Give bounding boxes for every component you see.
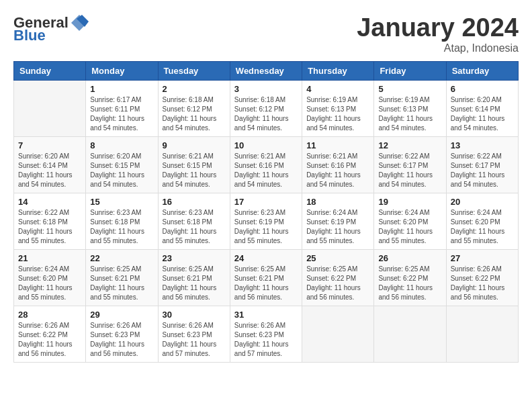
day-number: 13	[451, 140, 514, 150]
day-number: 27	[451, 253, 514, 263]
day-number: 26	[378, 253, 441, 263]
calendar-week-row: 21Sunrise: 6:24 AM Sunset: 6:20 PM Dayli…	[14, 250, 519, 306]
calendar-header-row: SundayMondayTuesdayWednesdayThursdayFrid…	[14, 62, 519, 81]
calendar-cell: 30Sunrise: 6:26 AM Sunset: 6:23 PM Dayli…	[158, 306, 230, 363]
calendar-cell: 14Sunrise: 6:22 AM Sunset: 6:18 PM Dayli…	[14, 193, 86, 250]
calendar-cell: 15Sunrise: 6:23 AM Sunset: 6:18 PM Dayli…	[86, 193, 158, 250]
calendar-cell	[374, 306, 446, 363]
day-number: 5	[378, 84, 441, 94]
calendar-cell: 29Sunrise: 6:26 AM Sunset: 6:23 PM Dayli…	[86, 306, 158, 363]
day-info: Sunrise: 6:26 AM Sunset: 6:23 PM Dayligh…	[234, 321, 298, 359]
day-info: Sunrise: 6:18 AM Sunset: 6:12 PM Dayligh…	[163, 95, 226, 133]
calendar-cell: 27Sunrise: 6:26 AM Sunset: 6:22 PM Dayli…	[446, 250, 518, 306]
calendar-cell: 16Sunrise: 6:23 AM Sunset: 6:18 PM Dayli…	[158, 193, 230, 250]
day-number: 30	[163, 310, 226, 320]
day-info: Sunrise: 6:20 AM Sunset: 6:14 PM Dayligh…	[18, 152, 81, 189]
calendar-cell: 19Sunrise: 6:24 AM Sunset: 6:20 PM Dayli…	[374, 193, 446, 250]
day-number: 2	[163, 84, 226, 94]
day-info: Sunrise: 6:22 AM Sunset: 6:17 PM Dayligh…	[451, 152, 514, 189]
day-info: Sunrise: 6:25 AM Sunset: 6:21 PM Dayligh…	[234, 265, 298, 302]
logo: General Blue	[13, 13, 89, 44]
day-number: 29	[90, 310, 153, 320]
day-info: Sunrise: 6:21 AM Sunset: 6:15 PM Dayligh…	[163, 152, 226, 189]
day-number: 12	[378, 140, 441, 150]
calendar-cell: 31Sunrise: 6:26 AM Sunset: 6:23 PM Dayli…	[230, 306, 302, 363]
day-header-wednesday: Wednesday	[230, 62, 302, 81]
day-number: 28	[18, 310, 81, 320]
day-number: 14	[18, 197, 81, 207]
calendar-cell: 22Sunrise: 6:25 AM Sunset: 6:21 PM Dayli…	[86, 250, 158, 306]
day-number: 7	[18, 140, 81, 150]
calendar-cell: 1Sunrise: 6:17 AM Sunset: 6:11 PM Daylig…	[86, 81, 158, 137]
calendar-cell	[446, 306, 518, 363]
day-info: Sunrise: 6:24 AM Sunset: 6:19 PM Dayligh…	[306, 208, 369, 246]
calendar-cell: 25Sunrise: 6:25 AM Sunset: 6:22 PM Dayli…	[302, 250, 374, 306]
day-header-sunday: Sunday	[14, 62, 86, 81]
day-info: Sunrise: 6:25 AM Sunset: 6:22 PM Dayligh…	[378, 265, 441, 302]
calendar-cell: 2Sunrise: 6:18 AM Sunset: 6:12 PM Daylig…	[158, 81, 230, 137]
day-number: 10	[234, 140, 298, 150]
logo-icon	[70, 13, 89, 32]
calendar-table: SundayMondayTuesdayWednesdayThursdayFrid…	[13, 61, 519, 363]
day-number: 23	[163, 253, 226, 263]
day-info: Sunrise: 6:21 AM Sunset: 6:16 PM Dayligh…	[234, 152, 298, 189]
day-number: 18	[306, 197, 369, 207]
day-info: Sunrise: 6:19 AM Sunset: 6:13 PM Dayligh…	[378, 95, 441, 133]
day-number: 1	[90, 84, 153, 94]
day-number: 11	[306, 140, 369, 150]
day-header-thursday: Thursday	[302, 62, 374, 81]
calendar-cell: 20Sunrise: 6:24 AM Sunset: 6:20 PM Dayli…	[446, 193, 518, 250]
day-number: 3	[234, 84, 298, 94]
day-info: Sunrise: 6:24 AM Sunset: 6:20 PM Dayligh…	[451, 208, 514, 246]
calendar-cell: 3Sunrise: 6:18 AM Sunset: 6:12 PM Daylig…	[230, 81, 302, 137]
page-header: General Blue January 2024 Atap, Indonesi…	[13, 13, 519, 54]
title-section: January 2024 Atap, Indonesia	[357, 13, 519, 54]
day-number: 6	[451, 84, 514, 94]
calendar-week-row: 14Sunrise: 6:22 AM Sunset: 6:18 PM Dayli…	[14, 193, 519, 250]
calendar-cell: 11Sunrise: 6:21 AM Sunset: 6:16 PM Dayli…	[302, 137, 374, 193]
day-number: 22	[90, 253, 153, 263]
logo-blue: Blue	[13, 27, 46, 44]
day-info: Sunrise: 6:26 AM Sunset: 6:22 PM Dayligh…	[18, 321, 81, 359]
calendar-cell: 5Sunrise: 6:19 AM Sunset: 6:13 PM Daylig…	[374, 81, 446, 137]
day-info: Sunrise: 6:23 AM Sunset: 6:18 PM Dayligh…	[90, 208, 153, 246]
calendar-cell: 7Sunrise: 6:20 AM Sunset: 6:14 PM Daylig…	[14, 137, 86, 193]
calendar-cell	[14, 81, 86, 137]
calendar-cell: 10Sunrise: 6:21 AM Sunset: 6:16 PM Dayli…	[230, 137, 302, 193]
location-subtitle: Atap, Indonesia	[357, 42, 519, 54]
day-info: Sunrise: 6:26 AM Sunset: 6:23 PM Dayligh…	[163, 321, 226, 359]
day-info: Sunrise: 6:24 AM Sunset: 6:20 PM Dayligh…	[18, 265, 81, 302]
calendar-cell: 13Sunrise: 6:22 AM Sunset: 6:17 PM Dayli…	[446, 137, 518, 193]
calendar-week-row: 1Sunrise: 6:17 AM Sunset: 6:11 PM Daylig…	[14, 81, 519, 137]
day-info: Sunrise: 6:26 AM Sunset: 6:23 PM Dayligh…	[90, 321, 153, 359]
day-info: Sunrise: 6:19 AM Sunset: 6:13 PM Dayligh…	[306, 95, 369, 133]
day-number: 21	[18, 253, 81, 263]
day-number: 16	[163, 197, 226, 207]
calendar-week-row: 7Sunrise: 6:20 AM Sunset: 6:14 PM Daylig…	[14, 137, 519, 193]
month-title: January 2024	[357, 13, 519, 42]
calendar-cell: 28Sunrise: 6:26 AM Sunset: 6:22 PM Dayli…	[14, 306, 86, 363]
day-info: Sunrise: 6:21 AM Sunset: 6:16 PM Dayligh…	[306, 152, 369, 189]
day-info: Sunrise: 6:25 AM Sunset: 6:22 PM Dayligh…	[306, 265, 369, 302]
calendar-cell: 12Sunrise: 6:22 AM Sunset: 6:17 PM Dayli…	[374, 137, 446, 193]
calendar-cell: 18Sunrise: 6:24 AM Sunset: 6:19 PM Dayli…	[302, 193, 374, 250]
calendar-cell: 26Sunrise: 6:25 AM Sunset: 6:22 PM Dayli…	[374, 250, 446, 306]
calendar-cell: 23Sunrise: 6:25 AM Sunset: 6:21 PM Dayli…	[158, 250, 230, 306]
calendar-cell: 17Sunrise: 6:23 AM Sunset: 6:19 PM Dayli…	[230, 193, 302, 250]
calendar-cell: 9Sunrise: 6:21 AM Sunset: 6:15 PM Daylig…	[158, 137, 230, 193]
day-number: 31	[234, 310, 298, 320]
calendar-cell: 4Sunrise: 6:19 AM Sunset: 6:13 PM Daylig…	[302, 81, 374, 137]
day-header-monday: Monday	[86, 62, 158, 81]
day-header-friday: Friday	[374, 62, 446, 81]
day-info: Sunrise: 6:22 AM Sunset: 6:17 PM Dayligh…	[378, 152, 441, 189]
day-header-tuesday: Tuesday	[158, 62, 230, 81]
calendar-cell: 24Sunrise: 6:25 AM Sunset: 6:21 PM Dayli…	[230, 250, 302, 306]
day-info: Sunrise: 6:23 AM Sunset: 6:18 PM Dayligh…	[163, 208, 226, 246]
day-info: Sunrise: 6:25 AM Sunset: 6:21 PM Dayligh…	[163, 265, 226, 302]
day-info: Sunrise: 6:22 AM Sunset: 6:18 PM Dayligh…	[18, 208, 81, 246]
day-header-saturday: Saturday	[446, 62, 518, 81]
day-info: Sunrise: 6:25 AM Sunset: 6:21 PM Dayligh…	[90, 265, 153, 302]
day-info: Sunrise: 6:20 AM Sunset: 6:15 PM Dayligh…	[90, 152, 153, 189]
day-number: 8	[90, 140, 153, 150]
calendar-cell	[302, 306, 374, 363]
